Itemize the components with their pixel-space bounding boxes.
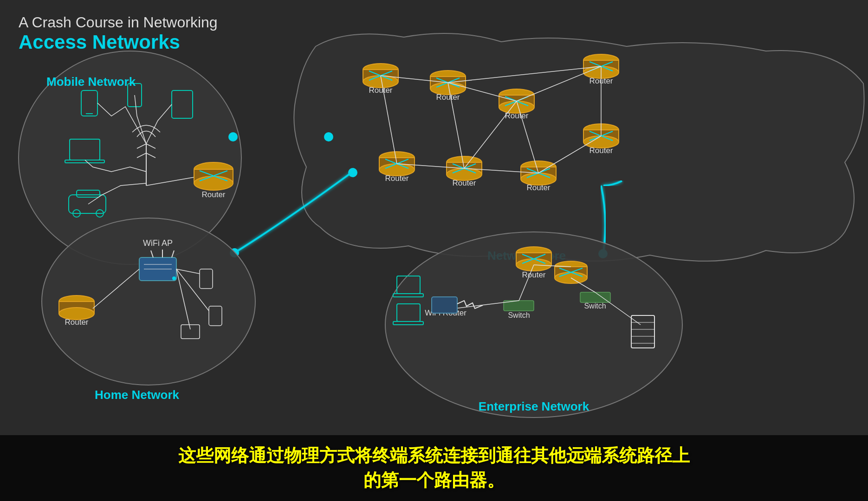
svg-text:Router: Router [589, 146, 613, 155]
svg-text:Enterprise Network: Enterprise Network [479, 399, 589, 413]
svg-point-86 [228, 132, 238, 141]
svg-text:Router: Router [201, 190, 225, 199]
svg-text:Mobile Network: Mobile Network [46, 75, 136, 89]
svg-point-19 [194, 176, 233, 190]
svg-point-99 [172, 276, 176, 280]
svg-text:Router: Router [436, 93, 460, 102]
svg-text:Router: Router [65, 318, 88, 327]
subtitle-text: 这些网络通过物理方式将终端系统连接到通往其他远端系统路径上 的第一个路由器。 [19, 443, 849, 493]
svg-text:Home Network: Home Network [95, 388, 180, 402]
svg-rect-134 [432, 297, 457, 313]
svg-text:Router: Router [369, 86, 392, 95]
svg-rect-121 [580, 292, 610, 302]
network-diagram: Router Mobile Network Router Router Rout… [0, 0, 868, 501]
svg-point-87 [324, 132, 333, 141]
svg-text:Router: Router [522, 270, 545, 279]
svg-text:Router: Router [526, 183, 550, 192]
svg-text:Switch: Switch [584, 302, 606, 310]
svg-text:Router: Router [385, 174, 408, 183]
subtitle-bar: 这些网络通过物理方式将终端系统连接到通往其他远端系统路径上 的第一个路由器。 [0, 435, 868, 501]
svg-text:WiFi AP: WiFi AP [143, 238, 173, 248]
svg-point-89 [348, 168, 357, 177]
svg-text:Switch: Switch [508, 311, 530, 319]
svg-text:Router: Router [505, 111, 528, 120]
svg-text:Router: Router [452, 179, 476, 187]
